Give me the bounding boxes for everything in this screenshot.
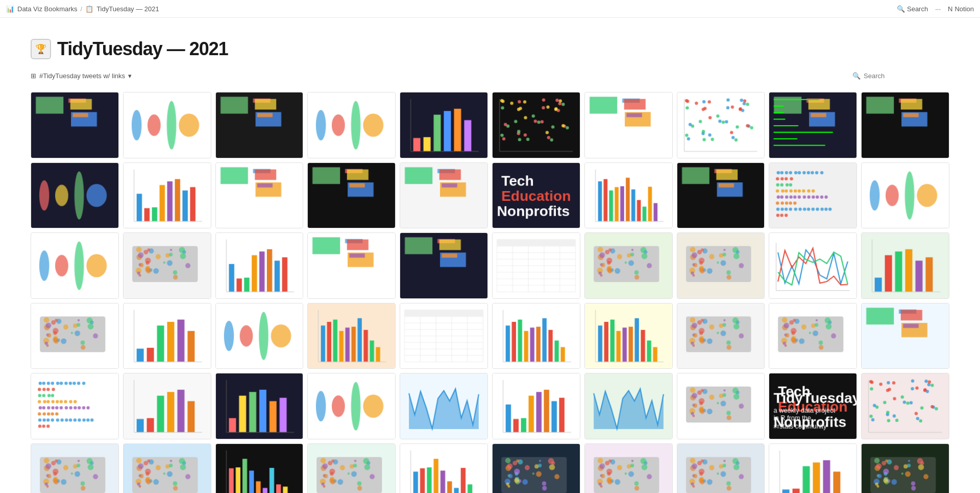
gallery-item[interactable] [584, 232, 673, 299]
gallery-item[interactable] [769, 443, 857, 493]
breadcrumb-separator: / [81, 5, 83, 13]
gallery-item[interactable] [307, 373, 396, 439]
top-bar: 📊 Data Viz Bookmarks / 📋 TidyTuesday — 2… [0, 0, 980, 18]
gallery-item[interactable] [769, 162, 857, 229]
gallery-item[interactable] [215, 303, 304, 369]
chevron-down-icon: ▾ [128, 72, 132, 80]
search-icon: 🔍 [897, 5, 905, 13]
breadcrumb-icon2: 📋 [85, 5, 93, 13]
gallery-item[interactable] [584, 373, 673, 439]
filter-label: #TidyTuesday tweets w/ links [39, 72, 125, 80]
filter-bar: ⊞ #TidyTuesday tweets w/ links ▾ 🔍 [31, 72, 949, 84]
icon-symbol: 🏆 [35, 43, 46, 55]
more-button[interactable]: ··· [935, 5, 941, 13]
breadcrumb-item1[interactable]: Data Viz Bookmarks [17, 5, 78, 13]
breadcrumb-item2[interactable]: TidyTuesday — 2021 [96, 5, 159, 13]
gallery-item[interactable] [492, 92, 580, 158]
gallery-item[interactable] [215, 443, 304, 493]
notion-label: Notion [954, 5, 974, 13]
gallery-item[interactable] [861, 92, 949, 158]
gallery-item[interactable] [215, 373, 304, 439]
gallery-item[interactable] [215, 232, 304, 299]
gallery-item[interactable] [677, 162, 765, 229]
gallery-item[interactable] [861, 443, 949, 493]
gallery-item[interactable] [31, 162, 119, 229]
gallery-grid [31, 92, 949, 493]
gallery-item[interactable] [307, 92, 396, 158]
gallery-item[interactable] [677, 373, 765, 439]
page-content: 🏆 TidyTuesday — 2021 ⊞ #TidyTuesday twee… [0, 18, 980, 493]
gallery-item[interactable] [861, 373, 949, 439]
filter-right: 🔍 [852, 72, 949, 80]
gallery-item[interactable] [677, 232, 765, 299]
gallery-item[interactable] [769, 232, 857, 299]
gallery-item[interactable] [677, 443, 765, 493]
filter-left[interactable]: ⊞ #TidyTuesday tweets w/ links ▾ [31, 72, 132, 80]
notion-icon: N [948, 5, 952, 13]
gallery-item[interactable] [492, 232, 580, 299]
gallery-item[interactable] [492, 373, 580, 439]
gallery-item[interactable] [400, 92, 488, 158]
gallery-item[interactable] [31, 303, 119, 369]
page-icon: 🏆 [31, 39, 51, 59]
gallery-item[interactable] [861, 303, 949, 369]
gallery-item[interactable] [400, 232, 488, 299]
gallery-item[interactable] [307, 232, 396, 299]
gallery-item[interactable] [215, 92, 304, 158]
top-bar-actions: 🔍 Search ··· N Notion [897, 5, 974, 13]
gallery-item[interactable] [31, 373, 119, 439]
gallery-item[interactable] [677, 303, 765, 369]
gallery-item[interactable] [123, 303, 211, 369]
gallery-item[interactable] [584, 92, 673, 158]
more-label: ··· [935, 5, 941, 13]
gallery-item[interactable] [400, 443, 488, 493]
gallery-item[interactable] [307, 162, 396, 229]
search-button[interactable]: 🔍 Search [897, 5, 928, 13]
gallery-item[interactable] [400, 373, 488, 439]
gallery-item[interactable] [769, 373, 857, 439]
gallery-item[interactable] [31, 92, 119, 158]
gallery-item[interactable] [123, 92, 211, 158]
gallery-item[interactable] [123, 443, 211, 493]
gallery-item[interactable] [861, 162, 949, 229]
gallery-item[interactable] [123, 232, 211, 299]
gallery-item[interactable] [400, 303, 488, 369]
gallery-search-input[interactable] [864, 72, 949, 80]
notion-button[interactable]: N Notion [948, 5, 974, 13]
gallery-item[interactable] [307, 443, 396, 493]
gallery-item[interactable] [584, 443, 673, 493]
gallery-item[interactable] [861, 232, 949, 299]
gallery-item[interactable] [584, 303, 673, 369]
gallery-item[interactable] [123, 373, 211, 439]
gallery-item[interactable] [31, 443, 119, 493]
gallery-item[interactable] [492, 443, 580, 493]
gallery-item[interactable] [769, 303, 857, 369]
table-icon: ⊞ [31, 72, 36, 80]
gallery-item[interactable] [215, 162, 304, 229]
search-label: Search [907, 5, 928, 13]
search-small-icon: 🔍 [852, 72, 861, 80]
gallery-item[interactable] [584, 162, 673, 229]
gallery-item[interactable] [307, 303, 396, 369]
gallery-item[interactable] [492, 162, 580, 229]
breadcrumb: 📊 Data Viz Bookmarks / 📋 TidyTuesday — 2… [6, 5, 159, 13]
page-header: 🏆 TidyTuesday — 2021 [31, 38, 949, 60]
gallery-item[interactable] [492, 303, 580, 369]
gallery-item[interactable] [123, 162, 211, 229]
gallery-item[interactable] [31, 232, 119, 299]
gallery-item[interactable] [677, 92, 765, 158]
gallery-item[interactable] [769, 92, 857, 158]
gallery-item[interactable] [400, 162, 488, 229]
page-title: TidyTuesday — 2021 [57, 38, 228, 60]
breadcrumb-icon: 📊 [6, 5, 14, 13]
